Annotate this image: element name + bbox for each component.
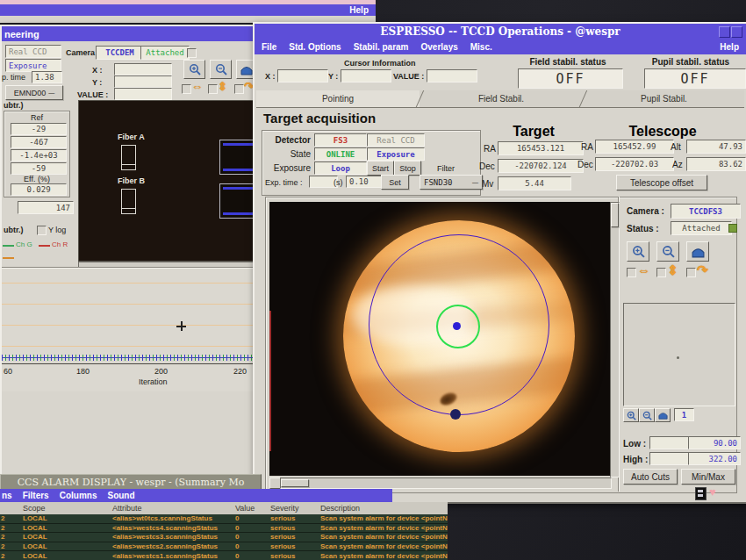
window-minimize-button[interactable] (719, 26, 730, 38)
target-ra-field[interactable]: 165453.121 (498, 141, 584, 155)
panel-flip-v-checkbox[interactable] (656, 268, 666, 277)
alarm-window: CCS ALARM DISPLAY - wespr - (Summary Mo … (0, 474, 448, 560)
target-mv-label: Mv (482, 179, 493, 190)
start-button[interactable]: Start (367, 161, 394, 176)
ccd-exp-time-field[interactable]: 1.38 (32, 71, 62, 83)
alarm-table-row[interactable]: 2 LOCAL <alias>westcs3.scanningStatus 0 … (0, 533, 448, 542)
taskbar-mini-icon[interactable] (695, 487, 707, 500)
alarm-cell-scope: LOCAL (23, 552, 112, 560)
menu-overlays[interactable]: Overlays (421, 42, 458, 52)
menu-misc[interactable]: Misc. (470, 42, 492, 52)
menu-help[interactable]: Help (720, 42, 739, 52)
cursor-value-label: VALUE : (393, 72, 424, 81)
alarm-table-row[interactable]: 2 LOCAL <alias>westcs4.scanningStatus 0 … (0, 524, 448, 534)
top-help-menu[interactable]: Help (349, 5, 369, 15)
menu-std-options[interactable]: Std. Options (289, 42, 341, 52)
pupil-stabil-status: OFF (644, 68, 746, 89)
alarm-table-row[interactable]: 2 LOCAL <alias>westcs2.scanningStatus 0 … (0, 542, 448, 552)
ccd-value-field[interactable] (114, 88, 172, 100)
plot-gridline (2, 346, 256, 347)
ccd-y-field[interactable] (114, 75, 172, 88)
zoom-in-icon (189, 63, 201, 75)
small-zoom-out-button[interactable] (639, 408, 655, 422)
ccd-window-title: neering (4, 29, 39, 39)
menu-stabil-param[interactable]: Stabil. param (354, 42, 409, 52)
alarm-cell-scope: LOCAL (23, 533, 112, 541)
target-dec-field[interactable]: -220702.124 (498, 159, 584, 173)
zoom-level-field[interactable]: 1 (674, 408, 694, 421)
tab-pointing[interactable]: Pointing (256, 90, 420, 107)
tab-field-stabil[interactable]: Field Stabil. (420, 90, 582, 107)
alarm-table-row[interactable]: 2 LOCAL <alias>wt0tcs.scanningStatus 0 s… (0, 514, 448, 524)
panel-home-view-button[interactable] (686, 241, 709, 262)
detector-label: Detector (267, 135, 311, 146)
panel-zoom-in-button[interactable] (627, 241, 649, 262)
small-zoom-in-button[interactable] (623, 408, 639, 422)
espresso-titlebar[interactable]: ESPRESSO -- TCCD Operations - @wespr (255, 24, 746, 39)
ccd-x-field[interactable] (114, 63, 172, 75)
alarm-menu-columns[interactable]: Columns (60, 491, 97, 500)
ccd-mode-value: EMND00 (14, 89, 47, 97)
alarm-cell-scope: LOCAL (23, 542, 112, 550)
stop-button[interactable]: Stop (394, 161, 421, 176)
plot-tick-180: 180 (76, 367, 90, 376)
section-title: Target acquisition (263, 111, 376, 126)
pan-overview-box[interactable] (623, 303, 735, 406)
cursor-y-field[interactable] (341, 69, 391, 83)
exp-time-value[interactable]: 0.10 (346, 176, 383, 188)
ccd-status-checkbox[interactable] (187, 48, 197, 58)
low-value[interactable]: 90.00 (688, 436, 741, 449)
ccd-flip-h-checkbox[interactable] (182, 84, 191, 94)
alarm-table-row[interactable]: 2 LOCAL <alias>westcs1.scanningStatus 0 … (0, 551, 448, 560)
telescope-offset-button[interactable]: Telescope offset (616, 175, 707, 190)
ccd-rotate-checkbox[interactable] (234, 84, 244, 94)
ccd-window-titlebar[interactable]: neering (2, 26, 259, 41)
ccd-ref-value-4: -59 (11, 162, 67, 175)
target-marker-dot (453, 322, 461, 330)
legend-red-line (39, 245, 50, 247)
high-value[interactable]: 322.00 (688, 452, 741, 465)
telescope-alt-field: 47.93 (686, 140, 746, 154)
tab-pupil-stabil[interactable]: Pupil Stabil. (584, 90, 744, 107)
ccd-flip-v-checkbox[interactable] (208, 84, 218, 94)
cursor-value-field[interactable] (427, 69, 477, 83)
ccd-mode-dropdown[interactable]: EMND00 — (5, 85, 63, 100)
set-button[interactable]: Set (381, 175, 409, 190)
menu-file[interactable]: File (262, 42, 276, 52)
alarm-cell-description: Scan system alarm for device <pointName>… (320, 514, 448, 522)
filter-label: Filter (437, 164, 455, 173)
panel-rotate-checkbox[interactable] (686, 268, 696, 277)
minmax-button[interactable]: Min/Max (681, 469, 735, 485)
ccd-image-canvas[interactable]: Fiber A Fiber B (78, 100, 258, 262)
ccd-zoom-out-button[interactable] (210, 60, 232, 79)
alarm-cell-severity: serious (270, 514, 320, 522)
high-label: High : (623, 455, 648, 465)
small-home-view-button[interactable] (655, 408, 671, 422)
low-input[interactable] (649, 436, 692, 449)
ccd-zoom-in-button[interactable] (183, 60, 205, 79)
high-input[interactable] (649, 452, 692, 465)
vscroll-thumb[interactable] (611, 203, 619, 227)
image-vscrollbar[interactable] (610, 202, 620, 477)
alarm-menu-filters[interactable]: Filters (23, 491, 49, 500)
ccd-ref-value-2: -467 (11, 136, 67, 148)
window-maximize-button[interactable] (731, 26, 742, 38)
target-mv-field[interactable]: 5.44 (498, 176, 571, 190)
telescope-az-label: Az (672, 160, 683, 170)
acquisition-image-canvas[interactable] (269, 202, 610, 476)
alarm-menu-sound[interactable]: Sound (107, 491, 134, 500)
filter-dropdown[interactable]: FSND30 — (420, 175, 483, 190)
ccd-subtr-bottom-label: ubtr.) (4, 226, 24, 234)
auto-cuts-button[interactable]: Auto Cuts (623, 469, 678, 485)
chevron-dash-icon: — (472, 179, 478, 185)
panel-zoom-out-button[interactable] (656, 241, 679, 262)
ylog-checkbox[interactable] (37, 226, 47, 235)
cursor-x-field[interactable] (277, 69, 328, 83)
alarm-menu-options[interactable]: ns (2, 491, 12, 500)
pan-overview-dot (677, 356, 679, 359)
ccd-ref-value-3: -1.4e+03 (11, 149, 67, 162)
ccd-x-label: X : (92, 66, 103, 75)
panel-flip-h-checkbox[interactable] (627, 268, 636, 277)
legend-green-label: Ch G (16, 241, 32, 248)
heart-icon: ♥ (709, 485, 716, 499)
